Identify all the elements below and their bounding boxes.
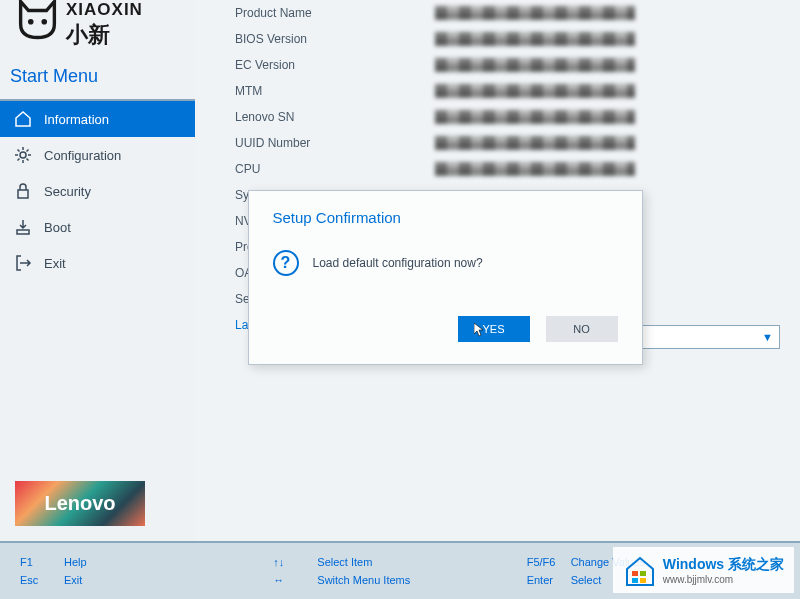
svg-rect-6 [640,571,646,576]
svg-rect-5 [632,571,638,576]
no-button[interactable]: NO [546,316,618,342]
windows-house-icon [623,553,657,587]
cursor-icon [474,323,486,337]
dialog-body: ? Load default configuration now? [273,250,618,276]
svg-rect-7 [632,578,638,583]
watermark-text: Windows 系统之家 www.bjjmlv.com [663,556,784,585]
watermark: Windows 系统之家 www.bjjmlv.com [613,547,794,593]
svg-rect-8 [640,578,646,583]
dialog-title: Setup Confirmation [273,209,618,226]
dialog-buttons: YES NO [273,316,618,342]
dialog-message: Load default configuration now? [313,256,483,270]
confirmation-dialog: Setup Confirmation ? Load default config… [248,190,643,365]
modal-overlay: Setup Confirmation ? Load default config… [0,0,800,599]
yes-button[interactable]: YES [458,316,530,342]
question-icon: ? [273,250,299,276]
